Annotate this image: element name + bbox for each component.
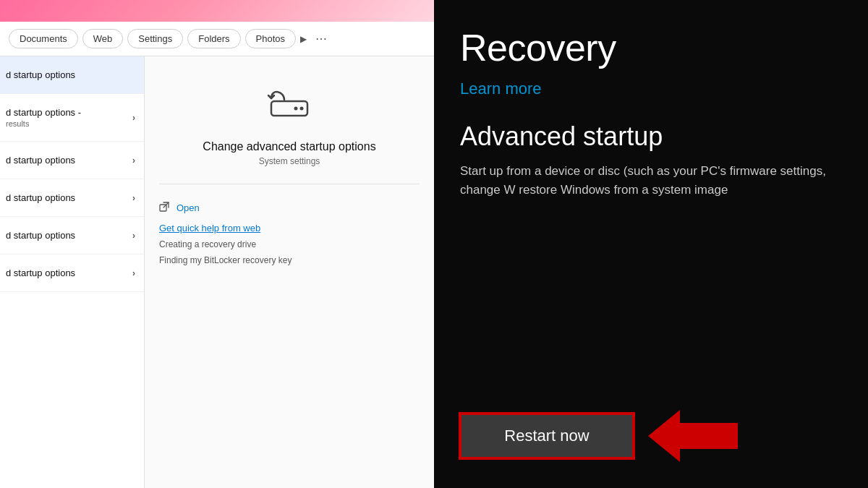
sidebar-item-0[interactable]: d startup options <box>0 56 144 94</box>
detail-panel: Change advanced startup options System s… <box>145 56 434 488</box>
recovery-drive-link[interactable]: Creating a recovery drive <box>159 236 420 252</box>
chevron-icon-4: › <box>132 231 135 241</box>
sidebar-item-5[interactable]: d startup options › <box>0 254 144 292</box>
sidebar-item-sub-1: results <box>6 119 81 128</box>
bitlocker-link[interactable]: Finding my BitLocker recovery key <box>159 252 420 268</box>
recovery-title: Recovery <box>460 26 842 69</box>
sidebar-item-4[interactable]: d startup options › <box>0 217 144 254</box>
sidebar-item-label-1: d startup options - <box>6 107 81 118</box>
arrow-head <box>648 410 680 462</box>
advanced-startup-title: Advanced startup <box>460 121 842 152</box>
tab-web[interactable]: Web <box>82 29 124 48</box>
open-label: Open <box>176 202 200 213</box>
left-content: d startup options d startup options - re… <box>0 56 434 488</box>
quick-help-link[interactable]: Get quick help from web <box>159 220 420 236</box>
sidebar-item-label-0: d startup options <box>6 69 75 80</box>
svg-point-2 <box>294 107 298 111</box>
sidebar-item-label-4: d startup options <box>6 230 75 241</box>
right-panel: Recovery Learn more Advanced startup Sta… <box>434 0 868 488</box>
divider <box>159 184 420 184</box>
more-icon[interactable]: ⋯ <box>311 32 331 46</box>
chevron-icon-1: › <box>132 113 135 123</box>
tab-folders[interactable]: Folders <box>187 29 240 48</box>
settings-icon <box>264 78 315 130</box>
open-action[interactable]: Open <box>159 196 420 220</box>
external-link-icon <box>159 202 169 214</box>
sidebar-item-label-5: d startup options <box>6 267 75 278</box>
sidebar-item-1[interactable]: d startup options - results › <box>0 94 144 142</box>
tab-documents[interactable]: Documents <box>9 29 78 48</box>
play-icon[interactable]: ▶ <box>300 34 307 44</box>
sidebar-item-label-3: d startup options <box>6 192 75 203</box>
red-arrow <box>648 410 738 462</box>
advanced-startup-desc: Start up from a device or disc (such as … <box>460 162 842 384</box>
sidebar-item-2[interactable]: d startup options › <box>0 142 144 179</box>
restart-now-button[interactable]: Restart now <box>460 414 634 458</box>
arrow-body <box>680 423 738 449</box>
learn-more-link[interactable]: Learn more <box>460 80 842 98</box>
tab-settings[interactable]: Settings <box>127 29 183 48</box>
chevron-icon-2: › <box>132 155 135 166</box>
sidebar-list: d startup options d startup options - re… <box>0 56 145 488</box>
detail-subtitle: System settings <box>259 156 320 166</box>
restart-btn-container: Restart now <box>460 410 842 462</box>
left-panel: Documents Web Settings Folders Photos ▶ … <box>0 0 434 488</box>
search-tabs: Documents Web Settings Folders Photos ▶ … <box>0 22 434 56</box>
chevron-icon-5: › <box>132 268 135 278</box>
header-image <box>0 0 434 22</box>
chevron-icon-3: › <box>132 193 135 203</box>
sidebar-item-label-2: d startup options <box>6 155 75 166</box>
tab-photos[interactable]: Photos <box>245 29 296 48</box>
svg-point-1 <box>300 107 304 111</box>
sidebar-item-3[interactable]: d startup options › <box>0 179 144 217</box>
detail-title: Change advanced startup options <box>203 140 375 153</box>
